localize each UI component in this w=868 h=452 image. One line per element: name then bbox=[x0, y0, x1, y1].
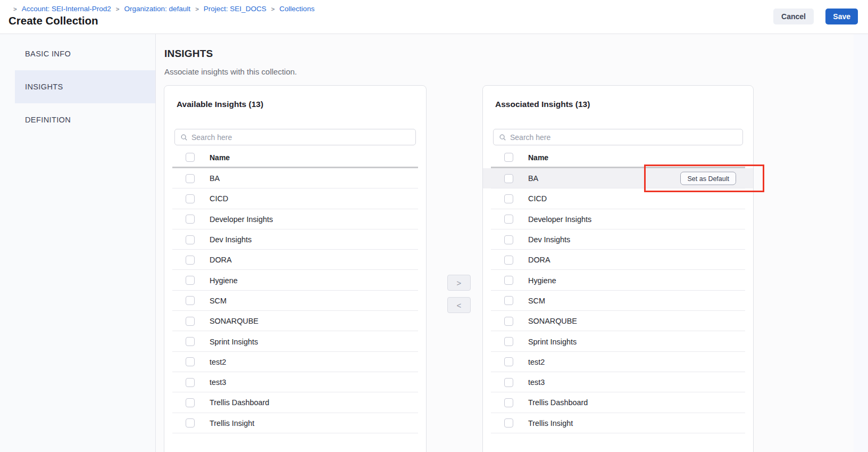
search-input[interactable] bbox=[510, 133, 742, 142]
row-checkbox[interactable] bbox=[186, 337, 195, 346]
row-checkbox[interactable] bbox=[504, 418, 513, 428]
insight-name: SONARQUBE bbox=[210, 317, 258, 325]
table-row[interactable]: Dev Insights bbox=[483, 229, 753, 250]
insight-name: Trellis Insight bbox=[210, 419, 254, 428]
insight-name: DORA bbox=[210, 256, 232, 264]
row-checkbox[interactable] bbox=[504, 235, 513, 244]
row-checkbox[interactable] bbox=[186, 398, 195, 407]
row-checkbox[interactable] bbox=[504, 337, 513, 346]
row-checkbox[interactable] bbox=[186, 174, 195, 183]
row-checkbox[interactable] bbox=[504, 276, 513, 285]
insight-name: test2 bbox=[210, 358, 226, 366]
insight-name: BA bbox=[528, 174, 538, 183]
associated-panel-title: Associated Insights (13) bbox=[495, 100, 590, 109]
save-button[interactable]: Save bbox=[825, 9, 858, 24]
insight-name: SCM bbox=[528, 297, 545, 305]
insight-name: DORA bbox=[528, 256, 550, 264]
row-checkbox[interactable] bbox=[504, 398, 513, 407]
table-row[interactable]: test3 bbox=[164, 372, 426, 392]
select-all-checkbox[interactable] bbox=[186, 153, 195, 162]
row-checkbox[interactable] bbox=[186, 378, 195, 387]
sidebar-item[interactable]: DEFINITION bbox=[15, 103, 155, 136]
row-checkbox[interactable] bbox=[504, 378, 513, 387]
insight-name: Hygiene bbox=[528, 276, 556, 285]
row-checkbox[interactable] bbox=[186, 296, 195, 305]
row-checkbox[interactable] bbox=[186, 418, 195, 428]
breadcrumb-link[interactable]: Account: SEI-Internal-Prod2 bbox=[22, 5, 111, 13]
table-row[interactable]: DORA bbox=[483, 250, 753, 270]
row-checkbox[interactable] bbox=[504, 194, 513, 203]
search-icon bbox=[180, 134, 188, 141]
table-row[interactable]: DORA bbox=[164, 250, 426, 270]
table-row[interactable]: SONARQUBE bbox=[164, 311, 426, 331]
cancel-button[interactable]: Cancel bbox=[773, 9, 814, 24]
row-checkbox[interactable] bbox=[504, 256, 513, 265]
sidebar-item-label: INSIGHTS bbox=[25, 83, 63, 91]
table-row[interactable]: Sprint Insights bbox=[483, 331, 753, 351]
insight-name: Sprint Insights bbox=[210, 338, 258, 346]
row-checkbox[interactable] bbox=[186, 215, 195, 224]
available-search-box bbox=[174, 129, 416, 145]
insight-name: SONARQUBE bbox=[528, 317, 577, 325]
table-row[interactable]: test2 bbox=[483, 352, 753, 372]
breadcrumb-separator-icon: > bbox=[195, 6, 199, 12]
breadcrumb-separator-icon: > bbox=[116, 6, 120, 12]
table-row[interactable]: Developer Insights bbox=[164, 209, 426, 229]
row-checkbox[interactable] bbox=[186, 357, 195, 366]
row-checkbox[interactable] bbox=[186, 235, 195, 244]
table-header: Name bbox=[491, 148, 745, 168]
breadcrumb-link[interactable]: Organization: default bbox=[124, 5, 191, 13]
table-row[interactable]: SCM bbox=[483, 291, 753, 311]
row-checkbox[interactable] bbox=[186, 194, 195, 203]
row-checkbox[interactable] bbox=[504, 174, 513, 183]
row-checkbox[interactable] bbox=[504, 296, 513, 305]
table-row[interactable]: Trellis Dashboard bbox=[164, 392, 426, 413]
breadcrumb-link[interactable]: Project: SEI_DOCS bbox=[204, 5, 266, 13]
insight-name: Trellis Dashboard bbox=[528, 398, 588, 407]
breadcrumb-link[interactable]: Collections bbox=[279, 5, 314, 13]
table-row[interactable]: SONARQUBE bbox=[483, 311, 753, 331]
row-checkbox[interactable] bbox=[504, 215, 513, 224]
table-row[interactable]: Hygiene bbox=[164, 270, 426, 290]
table-row[interactable]: Sprint Insights bbox=[164, 331, 426, 351]
row-checkbox[interactable] bbox=[186, 276, 195, 285]
row-checkbox[interactable] bbox=[504, 357, 513, 366]
insight-name: Trellis Dashboard bbox=[210, 398, 269, 407]
section-subheading: Associate insights with this collection. bbox=[164, 67, 297, 76]
table-row[interactable]: test3 bbox=[483, 372, 753, 392]
table-row[interactable]: test2 bbox=[164, 352, 426, 372]
table-row[interactable]: CICD bbox=[483, 188, 753, 209]
table-row[interactable]: Hygiene bbox=[483, 270, 753, 290]
table-row[interactable]: Developer Insights bbox=[483, 209, 753, 229]
insight-name: test3 bbox=[528, 378, 545, 387]
move-right-button[interactable]: > bbox=[447, 275, 471, 291]
table-row[interactable]: Trellis Insight bbox=[164, 413, 426, 433]
insight-name: Dev Insights bbox=[528, 235, 570, 244]
table-header: Name bbox=[172, 148, 418, 168]
table-row[interactable]: Trellis Dashboard bbox=[483, 392, 753, 413]
breadcrumb-separator-icon: > bbox=[271, 6, 275, 12]
set-as-default-button[interactable]: Set as Default bbox=[680, 172, 736, 185]
table-row[interactable]: CICD bbox=[164, 188, 426, 209]
section-heading: INSIGHTS bbox=[164, 48, 213, 60]
available-panel-title: Available Insights (13) bbox=[177, 100, 263, 109]
table-row[interactable]: BA bbox=[164, 168, 426, 188]
move-left-button[interactable]: < bbox=[447, 297, 471, 313]
right-shade bbox=[854, 34, 868, 452]
sidebar-item[interactable]: INSIGHTS bbox=[15, 70, 155, 103]
insight-name: Hygiene bbox=[210, 276, 238, 285]
table-row[interactable]: Trellis Insight bbox=[483, 413, 753, 433]
row-checkbox[interactable] bbox=[504, 317, 513, 326]
table-row[interactable]: Dev Insights bbox=[164, 229, 426, 250]
select-all-checkbox[interactable] bbox=[504, 153, 513, 162]
breadcrumb-separator-icon: > bbox=[13, 6, 17, 12]
row-checkbox[interactable] bbox=[186, 256, 195, 265]
search-input[interactable] bbox=[191, 133, 415, 142]
breadcrumb: > Account: SEI-Internal-Prod2 > Organiza… bbox=[9, 5, 314, 13]
name-column-header: Name bbox=[528, 153, 548, 162]
associated-search-box bbox=[493, 129, 743, 145]
table-row[interactable]: BA Set as Default bbox=[483, 168, 753, 188]
sidebar-item[interactable]: BASIC INFO bbox=[15, 37, 155, 70]
table-row[interactable]: SCM bbox=[164, 291, 426, 311]
row-checkbox[interactable] bbox=[186, 317, 195, 326]
